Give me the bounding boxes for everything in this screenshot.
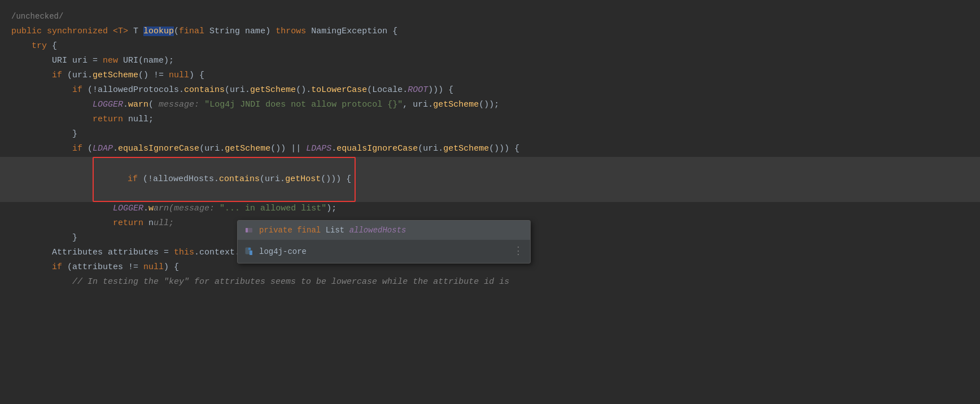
popup-item-field[interactable]: private final List allowedHosts	[238, 221, 530, 240]
svg-rect-3	[248, 248, 251, 250]
code-line: LOGGER.warn( message: "Log4j JNDI does n…	[0, 98, 980, 113]
autocomplete-popup[interactable]: private final List allowedHosts log4j-co…	[237, 220, 531, 264]
code-line: public synchronized <T> T lookup(final S…	[0, 25, 980, 39]
svg-rect-1	[246, 228, 248, 232]
file-icon	[244, 247, 253, 256]
highlighted-code-line: if (!allowedHosts.contains(uri.getHost()…	[0, 157, 980, 202]
more-options-icon[interactable]: ⋮	[513, 243, 523, 260]
code-line: if (!allowedProtocols.contains(uri.getSc…	[0, 84, 980, 98]
code-line: if (uri.getScheme() != null) {	[0, 69, 980, 84]
code-line: URI uri = new URI(name);	[0, 54, 980, 69]
code-line: }	[0, 128, 980, 142]
svg-rect-5	[250, 251, 252, 255]
code-line: try {	[0, 39, 980, 54]
code-line: // In testing the "key" for attributes s…	[0, 275, 980, 290]
code-line: LOGGER.warn(message: "... in allowed lis…	[0, 202, 980, 217]
field-icon	[244, 226, 253, 235]
code-line: if (LDAP.equalsIgnoreCase(uri.getScheme(…	[0, 142, 980, 157]
code-editor: /unchecked/ public synchronized <T> T lo…	[0, 0, 980, 296]
keyword: public synchronized <T> T lookup(final S…	[11, 25, 397, 38]
keyword-try: try	[32, 39, 47, 53]
popup-item-text: private final List allowedHosts	[259, 224, 406, 236]
popup-file-label: log4j-core	[259, 245, 307, 258]
file-path: /unchecked/	[0, 6, 980, 25]
popup-item-file[interactable]: log4j-core ⋮	[238, 240, 530, 263]
code-line: return null;	[0, 113, 980, 128]
